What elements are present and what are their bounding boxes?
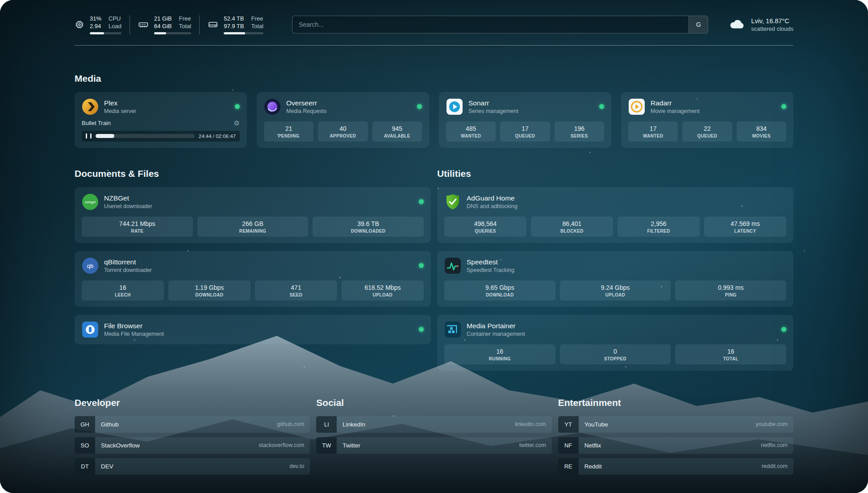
service-name: AdGuard Home [467, 194, 517, 202]
service-card-filebrowser[interactable]: File Browser Media File Management [75, 315, 431, 344]
weather-condition: scattered clouds [751, 25, 793, 32]
bookmark-stackoverflow[interactable]: SO StackOverflow stackoverflow.com [75, 437, 310, 454]
service-description: Media File Management [104, 331, 164, 337]
service-name: NZBGet [104, 194, 152, 202]
media-section-title: Media [75, 73, 793, 84]
adguard-icon [444, 193, 461, 210]
stat-upload: 618.52 Mbps UPLOAD [342, 280, 424, 301]
bookmark-abbr: RE [558, 458, 579, 475]
bookmark-url: linkedin.com [515, 421, 546, 427]
bookmark-url: dev.to [289, 463, 304, 469]
sonarr-icon [446, 98, 463, 115]
service-card-portainer[interactable]: Media Portainer Container management 16 … [437, 315, 793, 371]
cpu-widget: 31% 2.94 CPU Load [75, 15, 129, 34]
status-dot [781, 104, 786, 109]
bookmark-youtube[interactable]: YT YouTube youtube.com [558, 416, 793, 433]
stat-latency: 47.569 ms LATENCY [704, 217, 786, 237]
now-playing-title: Bullet Train [82, 120, 111, 126]
bookmark-abbr: SO [75, 437, 95, 454]
bookmark-url: netflix.com [761, 442, 788, 448]
status-dot [419, 263, 424, 268]
radarr-icon [628, 98, 645, 115]
bookmark-name: LinkedIn [342, 421, 365, 428]
bookmark-url: twitter.com [519, 442, 546, 448]
stat-filtered: 2,956 FILTERED [618, 217, 700, 237]
cpu-progress-bar [90, 32, 121, 34]
weather-widget: Lviv, 16.87°C scattered clouds [729, 17, 793, 32]
bookmark-abbr: DT [75, 458, 95, 475]
stat-available: 945 AVAILABLE [372, 121, 422, 142]
stat-stopped: 0 STOPPED [560, 344, 671, 364]
section-entertainment: Entertainment YT YouTube youtube.com NF … [558, 397, 793, 479]
playback-progress[interactable] [96, 134, 195, 138]
stat-leech: 16 LEECH [82, 280, 164, 301]
bookmark-netflix[interactable]: NF Netflix netflix.com [558, 437, 793, 454]
overseerr-icon [264, 98, 281, 115]
utilities-section-title: Utilities [437, 168, 793, 179]
service-name: Radarr [651, 99, 700, 107]
pause-icon[interactable] [86, 134, 92, 138]
bookmark-twitter[interactable]: TW Twitter twitter.com [316, 437, 551, 454]
service-description: Container management [467, 331, 525, 337]
section-developer: Developer GH Github github.com SO StackO… [75, 397, 310, 479]
service-card-radarr[interactable]: Radarr Movie management 17 WANTED 22 QUE… [621, 92, 793, 148]
bookmark-name: Reddit [584, 463, 602, 470]
service-name: qBittorrent [104, 258, 152, 266]
stat-queued: 22 QUEUED [682, 121, 732, 142]
stat-download: 1.19 Gbps DOWNLOAD [168, 280, 250, 301]
bookmark-dev[interactable]: DT DEV dev.to [75, 458, 310, 475]
stat-movies: 834 MOVIES [737, 121, 786, 142]
entertainment-section-title: Entertainment [558, 397, 793, 408]
service-card-qbittorrent[interactable]: qb qBittorrent Torrent downloader 16 LEE… [75, 251, 431, 307]
documents-section-title: Documents & Files [75, 168, 431, 179]
bookmark-github[interactable]: GH Github github.com [75, 416, 310, 433]
bookmark-linkedin[interactable]: LI LinkedIn linkedin.com [316, 416, 551, 433]
disk-total-value: 97.9 TB [224, 23, 244, 30]
filebrowser-icon [82, 321, 99, 338]
service-card-overseerr[interactable]: Overseerr Media Requests 21 PENDING 40 A… [257, 92, 429, 148]
memory-total-value: 64 GiB [154, 23, 172, 30]
service-name: Plex [104, 99, 136, 107]
service-description: Media Requests [286, 108, 326, 114]
bookmark-abbr: YT [558, 416, 579, 433]
service-card-speedtest[interactable]: Speedtest Speedtest Tracking 9.65 Gbps D… [437, 251, 793, 307]
search-provider-button[interactable]: G [689, 16, 708, 33]
service-card-nzbget[interactable]: nzbget NZBGet Usenet downloader 744.21 M… [75, 187, 431, 243]
service-card-sonarr[interactable]: Sonarr Series management 485 WANTED 17 Q… [439, 92, 611, 148]
memory-progress-bar [154, 32, 191, 34]
service-card-adguard[interactable]: AdGuard Home DNS and adblocking 498,564 … [437, 187, 793, 243]
top-bar: 31% 2.94 CPU Load [75, 15, 793, 34]
stat-ping: 0.993 ms PING [675, 280, 786, 301]
disk-widget: 52.4 TB 97.9 TB Free Total [199, 15, 271, 34]
memory-free-label: Free [179, 15, 191, 23]
cpu-usage-label: CPU [108, 15, 121, 23]
section-media: Media Plex [75, 73, 793, 148]
cpu-load-value: 2.94 [90, 23, 101, 30]
plex-icon [82, 98, 99, 115]
stat-pending: 21 PENDING [264, 121, 313, 142]
status-dot [235, 104, 240, 109]
gear-icon[interactable]: ⚙ [234, 119, 240, 127]
section-documents: Documents & Files nzbget NZBGet Usenet d… [75, 168, 431, 352]
stat-seed: 471 SEED [255, 280, 337, 301]
cpu-icon [75, 20, 84, 29]
developer-section-title: Developer [75, 397, 310, 408]
disk-icon [208, 19, 218, 30]
search-input[interactable] [292, 21, 689, 28]
memory-free-value: 21 GiB [154, 15, 172, 23]
bookmark-reddit[interactable]: RE Reddit reddit.com [558, 458, 793, 475]
portainer-icon [444, 321, 461, 338]
stat-running: 16 RUNNING [444, 344, 555, 364]
service-name: Media Portainer [467, 322, 525, 330]
bookmark-url: youtube.com [755, 421, 788, 427]
memory-widget: 21 GiB 64 GiB Free Total [129, 15, 199, 34]
bookmark-name: StackOverflow [101, 442, 140, 449]
disk-progress-bar [224, 32, 263, 34]
memory-total-label: Total [179, 23, 191, 30]
bookmark-abbr: NF [558, 437, 579, 454]
service-description: Media server [104, 108, 136, 114]
service-description: Usenet downloader [104, 203, 152, 209]
header-divider [75, 45, 793, 46]
service-card-plex[interactable]: Plex Media server Bullet Train ⚙ 24:44 /… [75, 92, 247, 148]
bookmark-name: Github [101, 421, 119, 428]
